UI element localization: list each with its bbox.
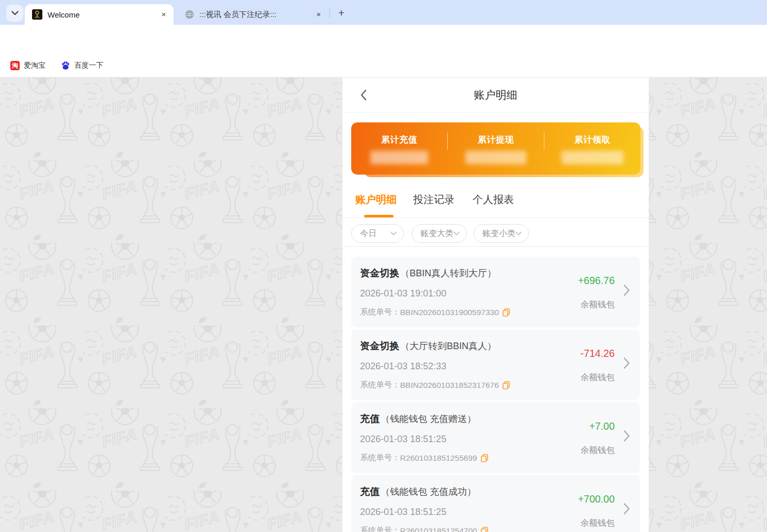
page-background: FIFA xyxy=(0,77,767,532)
tab-welcome[interactable]: Welcome × xyxy=(25,4,174,25)
summary-card: 累计充值 累计提现 累计领取 xyxy=(351,122,640,175)
amount: +7.00 xyxy=(589,420,615,432)
browser-tab-strip: Welcome × :::视讯 会员下注纪录::: × + xyxy=(0,0,767,25)
filter-major-category-dropdown[interactable]: 账变大类 xyxy=(412,224,467,243)
account-detail-panel: 账户明细 累计充值 累计提现 累计领取 账户明细 投注记录 个人报表 xyxy=(342,77,649,532)
chevron-down-icon xyxy=(390,231,397,236)
bookmark-baidu[interactable]: 百度一下 xyxy=(61,61,103,70)
transaction-subtype: （BBIN真人转到大厅） xyxy=(400,268,496,278)
order-number: BBIN202601031900597330 xyxy=(400,308,499,317)
summary-label: 累计提现 xyxy=(448,134,544,146)
order-number: R2601031851254700 xyxy=(400,526,477,532)
site-favicon xyxy=(32,9,42,20)
transaction-subtype: （大厅转到BBIN真人） xyxy=(400,341,496,351)
transaction-title: 资金切换（BBIN真人转到大厅） xyxy=(360,267,496,280)
browser-toolbar: ld48.com/reports/index?tab=0 xyxy=(0,25,767,54)
redacted-value xyxy=(370,151,428,164)
chevron-right-icon xyxy=(623,503,630,515)
transaction-card[interactable]: 充值（钱能钱包 充值成功） 2026-01-03 18:51:25 系统单号： … xyxy=(351,475,640,532)
bookmark-taobao[interactable]: 淘 爱淘宝 xyxy=(10,61,45,70)
summary-col-withdraw: 累计提现 xyxy=(447,122,544,175)
wallet-label: 余额钱包 xyxy=(581,445,615,456)
transaction-card[interactable]: 充值（钱能钱包 充值赠送） 2026-01-03 18:51:25 系统单号： … xyxy=(351,402,640,473)
wallet-label: 余额钱包 xyxy=(581,299,615,310)
order-number-row: 系统单号： BBIN202601031900597330 xyxy=(360,307,510,318)
transaction-title: 充值（钱能钱包 充值成功） xyxy=(360,485,476,498)
chevron-right-icon xyxy=(623,430,630,442)
tab-close-icon[interactable]: × xyxy=(158,9,169,20)
copy-icon[interactable] xyxy=(503,381,510,389)
copy-icon[interactable] xyxy=(481,454,488,462)
summary-col-claim: 累计领取 xyxy=(544,122,640,175)
chevron-down-icon xyxy=(11,11,19,15)
tab-title: :::视讯 会员下注纪录::: xyxy=(199,10,313,20)
transaction-type: 资金切换 xyxy=(360,268,399,278)
page-title: 账户明细 xyxy=(342,88,649,102)
tab-personal-report[interactable]: 个人报表 xyxy=(473,193,514,207)
summary-label: 累计充值 xyxy=(351,134,447,146)
transaction-datetime: 2026-01-03 18:51:25 xyxy=(360,434,446,445)
transaction-title: 资金切换（大厅转到BBIN真人） xyxy=(360,339,496,353)
chevron-down-icon xyxy=(515,231,522,236)
order-number-row: 系统单号： BBIN202601031852317676 xyxy=(360,380,510,390)
order-number: R2601031851255699 xyxy=(400,453,477,463)
transaction-title: 充值（钱能钱包 充值赠送） xyxy=(360,412,476,426)
tab-betting-records[interactable]: :::视讯 会员下注纪录::: × xyxy=(178,4,328,25)
new-tab-button[interactable]: + xyxy=(335,6,348,20)
transaction-subtype: （钱能钱包 充值赠送） xyxy=(381,414,476,424)
tab-account-detail[interactable]: 账户明细 xyxy=(355,193,397,207)
redacted-value xyxy=(561,151,623,164)
order-number: BBIN202601031852317676 xyxy=(400,381,499,390)
transaction-datetime: 2026-01-03 18:51:25 xyxy=(360,507,446,518)
transaction-type: 充值 xyxy=(360,486,380,497)
chevron-right-icon xyxy=(623,284,630,296)
amount: +700.00 xyxy=(578,493,615,505)
section-tabs: 账户明细 投注记录 个人报表 xyxy=(342,189,649,218)
globe-icon xyxy=(185,10,194,19)
baidu-paw-icon xyxy=(61,61,70,70)
transaction-subtype: （钱能钱包 充值成功） xyxy=(381,487,476,497)
wallet-label: 余额钱包 xyxy=(581,372,615,383)
amount: -714.26 xyxy=(581,348,615,359)
chevron-right-icon xyxy=(623,357,630,369)
filter-label: 今日 xyxy=(360,228,377,239)
summary-label: 累计领取 xyxy=(544,134,640,146)
summary-col-deposit: 累计充值 xyxy=(351,122,447,175)
panel-header: 账户明细 xyxy=(342,77,649,113)
record-list: 资金切换（BBIN真人转到大厅） 2026-01-03 19:01:00 系统单… xyxy=(342,247,649,532)
bookmark-label: 爱淘宝 xyxy=(24,61,45,70)
order-number-row: 系统单号： R2601031851255699 xyxy=(360,452,488,463)
wallet-label: 余额钱包 xyxy=(581,518,615,529)
transaction-datetime: 2026-01-03 18:52:33 xyxy=(360,361,446,372)
transaction-card[interactable]: 资金切换（BBIN真人转到大厅） 2026-01-03 19:01:00 系统单… xyxy=(351,257,640,327)
bookmark-label: 百度一下 xyxy=(74,61,103,70)
amount: +696.76 xyxy=(578,275,615,287)
copy-icon[interactable] xyxy=(503,308,510,317)
tab-title: Welcome xyxy=(48,10,158,19)
order-label: 系统单号： xyxy=(360,525,400,532)
bookmarks-bar: 淘 爱淘宝 百度一下 xyxy=(0,54,767,77)
filter-label: 账变大类 xyxy=(420,228,453,239)
tab-divider xyxy=(330,8,330,18)
filter-date-dropdown[interactable]: 今日 xyxy=(351,224,404,243)
active-tab-underline xyxy=(364,215,394,217)
order-number-row: 系统单号： R2601031851254700 xyxy=(360,525,488,532)
tab-betting-record[interactable]: 投注记录 xyxy=(413,193,455,207)
copy-icon[interactable] xyxy=(481,527,488,532)
taobao-icon: 淘 xyxy=(10,61,20,70)
filter-bar: 今日 账变大类 账变小类 xyxy=(342,218,649,247)
tab-close-icon[interactable]: × xyxy=(313,9,324,20)
filter-minor-category-dropdown[interactable]: 账变小类 xyxy=(474,224,529,243)
transaction-type: 充值 xyxy=(360,413,380,424)
chevron-down-icon xyxy=(453,231,460,236)
order-label: 系统单号： xyxy=(360,452,400,463)
filter-label: 账变小类 xyxy=(482,228,515,239)
transaction-card[interactable]: 资金切换（大厅转到BBIN真人） 2026-01-03 18:52:33 系统单… xyxy=(351,330,640,400)
order-label: 系统单号： xyxy=(360,380,400,390)
redacted-value xyxy=(465,151,526,164)
order-label: 系统单号： xyxy=(360,307,400,318)
tab-list-button[interactable] xyxy=(6,5,23,22)
transaction-datetime: 2026-01-03 19:01:00 xyxy=(360,288,446,299)
transaction-type: 资金切换 xyxy=(360,340,399,351)
